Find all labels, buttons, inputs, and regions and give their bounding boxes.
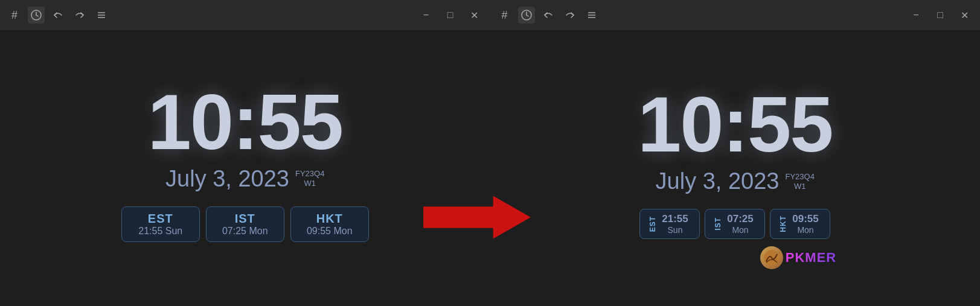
fy-badge-right: FY23Q4 W1 (786, 172, 815, 191)
tz-day-ist-compact: Mon (732, 225, 748, 235)
list-icon[interactable] (93, 7, 110, 24)
link-back-icon-r[interactable] (540, 7, 557, 24)
tz-time-est-compact: 21:55 (662, 213, 688, 225)
minimize-button-r[interactable]: − (906, 5, 926, 25)
fy-badge-left: FY23Q4 W1 (295, 169, 324, 188)
clock-time-left: 10:55 (148, 83, 343, 161)
clock-area-left: 10:55 July 3, 2023 FY23Q4 W1 EST 21:55 S… (0, 30, 490, 306)
close-button-r[interactable]: ✕ (955, 5, 974, 25)
tz-card-hkt[interactable]: HKT 09:55 Mon (290, 206, 369, 242)
hash-icon-r[interactable]: # (496, 7, 513, 24)
list-icon-r[interactable] (583, 7, 600, 24)
tz-label-ist: IST (235, 212, 255, 226)
tz-right-hkt: 09:55 Mon (792, 213, 818, 235)
tz-right-est: 21:55 Sun (662, 213, 688, 235)
hash-icon[interactable]: # (6, 7, 23, 24)
tz-label-est: EST (148, 212, 173, 226)
minimize-button[interactable]: − (417, 5, 436, 25)
pkmer-icon (760, 246, 783, 269)
clock-time-right: 10:55 (638, 85, 833, 164)
maximize-button-r[interactable]: □ (930, 5, 950, 25)
pkmer-watermark: PKMER (760, 246, 836, 269)
tz-label-est-compact: EST (649, 216, 657, 232)
clock-date-left: July 3, 2023 (165, 166, 289, 192)
link-forward-icon[interactable] (71, 7, 88, 24)
clock-icon-r[interactable] (518, 7, 535, 24)
left-panel: # − (0, 0, 490, 306)
tz-day-hkt-compact: Mon (797, 225, 813, 235)
tz-label-hkt-compact: HKT (779, 215, 787, 232)
tz-card-ist-compact[interactable]: IST 07:25 Mon (705, 209, 765, 239)
titlebar-left: # − (0, 0, 490, 30)
date-row-right: July 3, 2023 FY23Q4 W1 (656, 168, 815, 194)
tz-card-ist[interactable]: IST 07:25 Mon (206, 206, 284, 242)
tz-right-ist: 07:25 Mon (727, 213, 753, 235)
svg-line-9 (527, 15, 528, 16)
clock-icon[interactable] (28, 7, 45, 24)
date-row-left: July 3, 2023 FY23Q4 W1 (165, 166, 324, 192)
tz-card-hkt-compact[interactable]: HKT 09:55 Mon (770, 209, 830, 239)
clock-area-right: 10:55 July 3, 2023 FY23Q4 W1 EST 21:55 S… (490, 30, 981, 306)
link-forward-icon-r[interactable] (562, 7, 578, 24)
close-button[interactable]: ✕ (465, 5, 484, 25)
tz-time-hkt: 09:55 Mon (307, 226, 353, 237)
tz-card-est-compact[interactable]: EST 21:55 Sun (639, 209, 700, 239)
maximize-button[interactable]: □ (441, 5, 460, 25)
tz-time-hkt-compact: 09:55 (792, 213, 818, 225)
tz-time-ist-compact: 07:25 (727, 213, 753, 225)
tz-time-est: 21:55 Sun (138, 226, 182, 237)
link-back-icon[interactable] (50, 7, 66, 24)
tz-day-est-compact: Sun (668, 225, 683, 235)
tz-cards-left: EST 21:55 Sun IST 07:25 Mon HKT 09:55 Mo… (121, 206, 369, 242)
pkmer-text-label: PKMER (786, 250, 836, 266)
tz-cards-right: EST 21:55 Sun IST 07:25 Mon HKT 09:55 Mo… (639, 209, 830, 239)
tz-time-ist: 07:25 Mon (222, 226, 268, 237)
titlebar-right: # − (490, 0, 981, 30)
right-panel: # − (490, 0, 981, 306)
clock-date-right: July 3, 2023 (656, 168, 780, 194)
tz-label-hkt: HKT (316, 212, 343, 226)
tz-label-ist-compact: IST (714, 217, 722, 231)
tz-card-est[interactable]: EST 21:55 Sun (121, 206, 200, 242)
svg-line-2 (36, 15, 38, 16)
